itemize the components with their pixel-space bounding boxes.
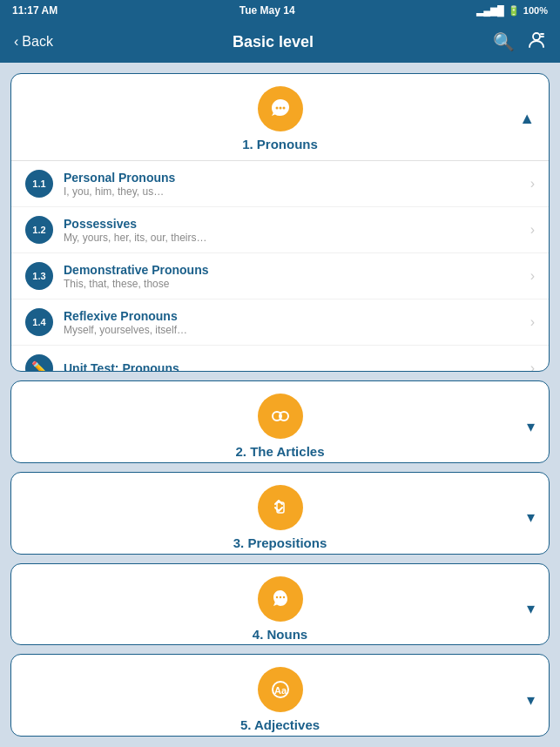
section-nouns-header[interactable]: 4. Nouns ▾ (11, 564, 549, 646)
section-pronouns: 1. Pronouns ▲ 1.1 Personal Pronouns I, y… (10, 73, 550, 372)
lesson-text: Possessives My, yours, her, its, our, th… (64, 217, 530, 244)
pronouns-lesson-list: 1.1 Personal Pronouns I, you, him, they,… (11, 160, 549, 372)
svg-point-4 (279, 107, 281, 110)
section-pronouns-header-center: 1. Pronouns (46, 86, 514, 151)
lesson-badge: 1.3 (25, 262, 53, 290)
pronouns-chevron: ▲ (514, 110, 535, 128)
lesson-chevron-icon: › (530, 222, 535, 238)
battery-percent: 100% (523, 5, 548, 16)
status-bar: 11:17 AM Tue May 14 ▂▄▆█ 🔋 100% (0, 0, 560, 21)
battery-icon: 🔋 (508, 5, 520, 17)
section-nouns-header-center: 4. Nouns (46, 576, 514, 642)
prepositions-icon (258, 485, 303, 530)
pronouns-title: 1. Pronouns (242, 137, 318, 151)
lesson-text: Demonstrative Pronouns This, that, these… (64, 263, 530, 290)
pronouns-icon (258, 86, 303, 131)
wifi-icon: ▂▄▆█ (476, 5, 504, 17)
lesson-badge: 1.4 (25, 308, 53, 336)
lesson-row[interactable]: ✏️ Unit Test: Pronouns › (11, 346, 549, 372)
section-articles-header-center: 2. The Articles (46, 394, 514, 459)
lesson-row[interactable]: 1.1 Personal Pronouns I, you, him, they,… (11, 161, 549, 207)
adjectives-title: 5. Adjectives (240, 717, 320, 732)
search-icon[interactable]: 🔍 (493, 31, 515, 52)
nav-bar: ‹ Back Basic level 🔍 (0, 21, 560, 63)
nouns-icon (258, 576, 303, 622)
svg-point-0 (533, 33, 540, 40)
adjectives-chevron: ▾ (514, 690, 535, 710)
section-adjectives-header-center: Aa 5. Adjectives (46, 667, 514, 732)
lesson-chevron-icon: › (530, 176, 535, 192)
section-prepositions: 3. Prepositions ▾ (10, 472, 550, 555)
section-articles: 2. The Articles ▾ (10, 380, 550, 463)
lesson-badge: 1.1 (25, 170, 53, 198)
lesson-sub: This, that, these, those (64, 278, 530, 290)
lesson-badge: 1.2 (25, 216, 53, 244)
nouns-title: 4. Nouns (253, 627, 307, 642)
lesson-chevron-icon: › (530, 314, 535, 330)
status-right-icons: ▂▄▆█ 🔋 100% (476, 5, 548, 17)
lesson-row[interactable]: 1.3 Demonstrative Pronouns This, that, t… (11, 253, 549, 299)
section-nouns: 4. Nouns ▾ (10, 563, 550, 646)
lesson-badge-pencil: ✏️ (25, 354, 53, 372)
section-adjectives-header[interactable]: Aa 5. Adjectives ▾ (11, 655, 549, 737)
lesson-text: Personal Pronouns I, you, him, they, us… (64, 171, 530, 198)
lesson-sub: Myself, yourselves, itself… (64, 324, 530, 336)
svg-point-3 (275, 107, 278, 110)
lesson-sub: My, yours, her, its, our, theirs… (64, 232, 530, 244)
lesson-name: Unit Test: Pronouns (64, 361, 530, 372)
articles-title: 2. The Articles (236, 444, 325, 459)
lesson-chevron-icon: › (530, 360, 535, 372)
adjectives-icon: Aa (258, 667, 303, 712)
section-adjectives: Aa 5. Adjectives ▾ (10, 654, 550, 737)
svg-text:Aa: Aa (273, 685, 287, 696)
nouns-chevron: ▾ (514, 599, 535, 618)
lesson-name: Demonstrative Pronouns (64, 263, 530, 277)
section-articles-header[interactable]: 2. The Articles ▾ (11, 381, 549, 463)
lesson-name: Possessives (64, 217, 530, 231)
svg-point-12 (282, 596, 284, 597)
profile-icon[interactable] (527, 30, 546, 54)
section-pronouns-header[interactable]: 1. Pronouns ▲ (11, 74, 549, 160)
back-label: Back (22, 34, 53, 50)
lesson-row[interactable]: 1.2 Possessives My, yours, her, its, our… (11, 207, 549, 253)
lesson-chevron-icon: › (530, 268, 535, 284)
svg-point-11 (279, 596, 280, 597)
section-prepositions-header-center: 3. Prepositions (46, 485, 514, 550)
back-chevron-icon: ‹ (14, 34, 18, 50)
lesson-sub: I, you, him, they, us… (64, 185, 530, 198)
lesson-name: Personal Pronouns (64, 171, 530, 185)
articles-icon (258, 394, 303, 439)
page-title: Basic level (233, 33, 314, 51)
main-content: 1. Pronouns ▲ 1.1 Personal Pronouns I, y… (0, 63, 560, 747)
status-date: Tue May 14 (240, 4, 295, 17)
lesson-row[interactable]: 1.4 Reflexive Pronouns Myself, yourselve… (11, 299, 549, 346)
status-time: 11:17 AM (12, 4, 57, 17)
svg-point-10 (275, 596, 277, 597)
section-prepositions-header[interactable]: 3. Prepositions ▾ (11, 473, 549, 555)
articles-chevron: ▾ (514, 417, 535, 436)
nav-icons: 🔍 (493, 30, 546, 54)
prepositions-title: 3. Prepositions (233, 535, 327, 550)
back-button[interactable]: ‹ Back (14, 34, 53, 50)
svg-point-5 (282, 107, 285, 110)
prepositions-chevron: ▾ (514, 508, 535, 527)
lesson-text: Unit Test: Pronouns (64, 361, 530, 372)
lesson-text: Reflexive Pronouns Myself, yourselves, i… (64, 309, 530, 336)
lesson-name: Reflexive Pronouns (64, 309, 530, 323)
